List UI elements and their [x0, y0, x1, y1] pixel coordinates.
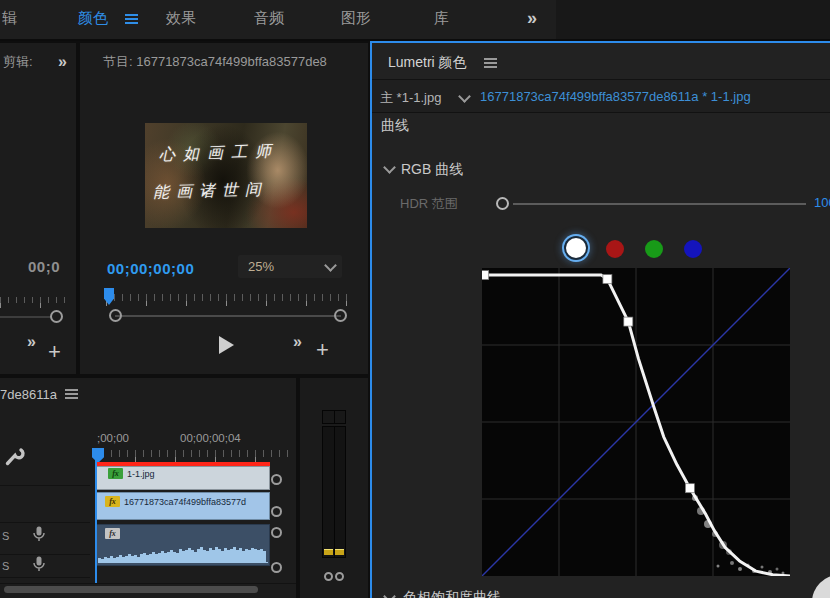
timeline-clip-v1[interactable]: fx 16771873ca74f499bffa83577d	[96, 492, 270, 520]
timeline-ruler-label-0: ;00;00	[97, 432, 129, 444]
timeline-playhead-line[interactable]	[95, 448, 97, 583]
meter-divider	[334, 411, 335, 423]
audio-waveform	[98, 544, 268, 563]
track-divider	[0, 554, 90, 555]
workspace-tab-bar: 辑 颜色 效果 音频 图形 库 »	[0, 0, 830, 41]
zoom-level-select[interactable]: 25%	[238, 255, 342, 278]
audio-meters-panel	[300, 378, 368, 598]
wrench-icon[interactable]	[3, 446, 25, 468]
tab-edit[interactable]: 辑	[2, 9, 17, 28]
program-add-button[interactable]: +	[316, 341, 329, 359]
track-divider	[0, 485, 90, 486]
hdr-slider-knob[interactable]	[496, 197, 509, 210]
channel-dot-white[interactable]	[566, 238, 586, 258]
curves-section-title[interactable]: 曲线	[381, 117, 409, 135]
video-overlay-text-line1: 心如画工师	[159, 141, 280, 166]
zoom-select-chevron-icon	[324, 259, 337, 272]
source-controls-overflow-icon[interactable]: »	[27, 333, 35, 351]
tab-library[interactable]: 库	[434, 9, 449, 28]
timeline-scrollbar[interactable]	[4, 586, 258, 593]
huesat-chevron-icon[interactable]	[383, 590, 396, 598]
fx-badge-v2: fx	[108, 468, 123, 479]
source-panel-overflow-icon[interactable]: »	[58, 53, 66, 71]
lumetri-menu-icon[interactable]	[484, 58, 497, 60]
channel-dot-blue[interactable]	[684, 240, 702, 258]
channel-dot-green[interactable]	[645, 240, 663, 258]
track-divider	[0, 577, 90, 578]
program-controls-overflow-icon[interactable]: »	[293, 333, 301, 351]
huesat-section-title[interactable]: 色相饱和度曲线	[403, 589, 501, 598]
clip-v2-label: 1-1.jpg	[127, 469, 155, 479]
source-ruler-minor	[0, 297, 70, 303]
program-timecode[interactable]: 00;00;00;00	[107, 260, 194, 277]
program-scroll-handle-left[interactable]	[109, 309, 122, 322]
program-video-frame[interactable]: 心如画工师 能画诸世间	[145, 123, 307, 228]
source-scrollbar[interactable]	[0, 316, 52, 318]
timeline-clip-v2[interactable]: fx 1-1.jpg	[96, 466, 270, 490]
lumetri-clip-row: 主 *1-1.jpg 16771873ca74f499bffa83577de86…	[372, 80, 830, 113]
timeline-menu-icon[interactable]	[65, 389, 78, 391]
source-scroll-handle[interactable]	[50, 310, 63, 323]
timeline-clip-a1[interactable]: fx	[96, 524, 270, 566]
zoom-level-value: 25%	[248, 259, 274, 274]
track-divider	[0, 522, 90, 523]
hdr-range-label: HDR 范围	[400, 195, 458, 213]
source-monitor-tab[interactable]: 剪辑:	[3, 53, 33, 71]
tab-color[interactable]: 颜色	[78, 9, 108, 28]
solo-track-a1[interactable]: S	[2, 530, 9, 542]
hdr-slider-track[interactable]	[513, 203, 806, 205]
audio-meter-body	[322, 426, 346, 558]
clip-v2-effect-bar	[96, 462, 270, 466]
play-button[interactable]	[219, 336, 234, 354]
fx-badge-v1: fx	[105, 496, 120, 507]
meter-handle-left[interactable]	[324, 572, 333, 581]
lumetri-panel-title[interactable]: Lumetri 颜色	[388, 54, 467, 72]
timeline-panel: 7de8611a ;00;00 00;00;00;04 S S	[0, 378, 296, 598]
program-ruler-minor	[106, 294, 348, 301]
track-handle[interactable]	[271, 474, 282, 485]
program-monitor-tab[interactable]: 节目: 16771873ca74f499bffa83577de8	[103, 53, 327, 71]
tab-graphics[interactable]: 图形	[341, 9, 371, 28]
rgb-curve-plot[interactable]	[482, 268, 790, 576]
timeline-ruler-label-1: 00;00;00;04	[180, 432, 241, 444]
tab-effects[interactable]: 效果	[166, 9, 196, 28]
timeline-bottom-divider	[0, 583, 296, 584]
meter-divider	[334, 427, 335, 557]
tab-color-menu-icon[interactable]	[125, 14, 138, 16]
topbar-right-fill	[556, 0, 830, 39]
source-monitor-panel: 剪辑: » 00;0 » +	[0, 43, 76, 374]
track-handle[interactable]	[271, 562, 282, 573]
program-scroll-handle-right[interactable]	[334, 309, 347, 322]
master-clip-chevron-icon[interactable]	[458, 90, 471, 103]
source-add-button[interactable]: +	[48, 343, 61, 361]
premiere-app: 辑 颜色 效果 音频 图形 库 » 剪辑: » 00;0 » + 节目: 167…	[0, 0, 830, 598]
video-overlay-text-line2: 能画诸世间	[153, 179, 269, 203]
rgb-curves-title[interactable]: RGB 曲线	[401, 161, 463, 179]
meter-handle-right[interactable]	[335, 572, 344, 581]
curve-editor[interactable]	[482, 268, 790, 576]
timeline-ruler-minor	[95, 450, 291, 457]
rgb-curves-chevron-icon[interactable]	[383, 161, 396, 174]
meter-level-right	[335, 549, 344, 555]
fx-badge-a1: fx	[105, 528, 120, 539]
master-clip-label[interactable]: 主 *1-1.jpg	[380, 89, 441, 107]
timeline-tab[interactable]: 7de8611a	[0, 387, 57, 402]
track-handle[interactable]	[271, 527, 282, 538]
meter-level-left	[324, 549, 333, 555]
clip-v1-label: 16771873ca74f499bffa83577d	[124, 497, 246, 507]
tab-audio[interactable]: 音频	[254, 9, 284, 28]
mic-icon-a1[interactable]	[32, 526, 46, 545]
target-clip-name[interactable]: 16771873ca74f499bffa83577de8611a * 1-1.j…	[480, 89, 751, 104]
program-scrollbar[interactable]	[115, 315, 341, 317]
program-monitor-panel: 节目: 16771873ca74f499bffa83577de8 心如画工师 能…	[80, 43, 368, 374]
solo-track-a2[interactable]: S	[2, 560, 9, 572]
scroll-knob	[812, 575, 830, 598]
source-timecode[interactable]: 00;0	[28, 258, 60, 275]
channel-dot-red[interactable]	[606, 240, 624, 258]
mic-icon-a2[interactable]	[32, 556, 46, 575]
audio-meter-top	[322, 410, 346, 424]
tab-overflow-icon[interactable]: »	[527, 8, 536, 29]
lumetri-panel: Lumetri 颜色 主 *1-1.jpg 16771873ca74f499bf…	[372, 41, 830, 598]
track-handle[interactable]	[271, 506, 282, 517]
hdr-range-value[interactable]: 100	[814, 195, 830, 210]
